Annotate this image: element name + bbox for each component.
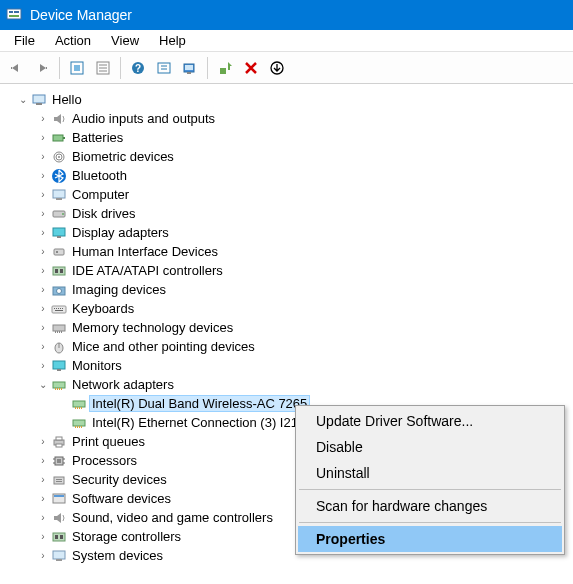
svg-rect-47 bbox=[62, 308, 63, 309]
chevron-right-icon[interactable]: › bbox=[36, 132, 50, 143]
svg-rect-72 bbox=[81, 426, 82, 428]
chevron-down-icon[interactable]: ⌄ bbox=[36, 379, 50, 390]
tree-category-display[interactable]: › Display adapters bbox=[6, 223, 573, 242]
tree-category-mice[interactable]: › Mice and other pointing devices bbox=[6, 337, 573, 356]
menu-view[interactable]: View bbox=[101, 31, 149, 50]
svg-rect-50 bbox=[55, 331, 56, 333]
chevron-right-icon[interactable]: › bbox=[36, 493, 50, 504]
tree-label: Network adapters bbox=[70, 377, 176, 392]
update-driver-button[interactable] bbox=[213, 56, 237, 80]
show-hidden-button[interactable] bbox=[65, 56, 89, 80]
tree-category-computer[interactable]: › Computer bbox=[6, 185, 573, 204]
chevron-right-icon[interactable]: › bbox=[36, 113, 50, 124]
help-button[interactable]: ? bbox=[126, 56, 150, 80]
chevron-right-icon[interactable]: › bbox=[36, 360, 50, 371]
menu-file[interactable]: File bbox=[4, 31, 45, 50]
chevron-right-icon[interactable]: › bbox=[36, 303, 50, 314]
chevron-down-icon[interactable]: ⌄ bbox=[16, 94, 30, 105]
svg-rect-60 bbox=[57, 388, 58, 390]
tree-category-disk[interactable]: › Disk drives bbox=[6, 204, 573, 223]
chevron-right-icon[interactable]: › bbox=[36, 455, 50, 466]
context-properties[interactable]: Properties bbox=[298, 526, 562, 552]
tree-category-monitors[interactable]: › Monitors bbox=[6, 356, 573, 375]
display-icon bbox=[50, 225, 68, 241]
chevron-right-icon[interactable]: › bbox=[36, 189, 50, 200]
svg-rect-33 bbox=[53, 228, 65, 236]
tree-label: Software devices bbox=[70, 491, 173, 506]
mouse-icon bbox=[50, 339, 68, 355]
context-scan[interactable]: Scan for hardware changes bbox=[298, 493, 562, 519]
svg-rect-84 bbox=[56, 481, 62, 482]
chevron-right-icon[interactable]: › bbox=[36, 322, 50, 333]
monitor-icon bbox=[50, 358, 68, 374]
svg-rect-42 bbox=[52, 306, 66, 313]
app-icon bbox=[6, 7, 22, 23]
chevron-right-icon[interactable]: › bbox=[36, 170, 50, 181]
svg-rect-87 bbox=[53, 533, 65, 541]
menu-help[interactable]: Help bbox=[149, 31, 196, 50]
tree-root[interactable]: ⌄ Hello bbox=[6, 90, 573, 109]
chevron-right-icon[interactable]: › bbox=[36, 474, 50, 485]
keyboard-icon bbox=[50, 301, 68, 317]
forward-button[interactable] bbox=[30, 56, 54, 80]
context-disable[interactable]: Disable bbox=[298, 434, 562, 460]
title-bar: Device Manager bbox=[0, 0, 573, 30]
chevron-right-icon[interactable]: › bbox=[36, 531, 50, 542]
context-separator bbox=[299, 489, 561, 490]
back-button[interactable] bbox=[4, 56, 28, 80]
tree-label: Computer bbox=[70, 187, 131, 202]
sound-icon bbox=[50, 510, 68, 526]
context-uninstall[interactable]: Uninstall bbox=[298, 460, 562, 486]
scan-hardware-button[interactable] bbox=[178, 56, 202, 80]
tree-label: Print queues bbox=[70, 434, 147, 449]
menu-action[interactable]: Action bbox=[45, 31, 101, 50]
tree-category-network[interactable]: ⌄ Network adapters bbox=[6, 375, 573, 394]
svg-rect-67 bbox=[81, 407, 82, 409]
tree-label: Storage controllers bbox=[70, 529, 183, 544]
tree-category-hid[interactable]: › Human Interface Devices bbox=[6, 242, 573, 261]
svg-rect-63 bbox=[73, 401, 85, 407]
chevron-right-icon[interactable]: › bbox=[36, 512, 50, 523]
action-button[interactable] bbox=[152, 56, 176, 80]
tree-label: Display adapters bbox=[70, 225, 171, 240]
chevron-right-icon[interactable]: › bbox=[36, 246, 50, 257]
tree-label: Keyboards bbox=[70, 301, 136, 316]
svg-rect-5 bbox=[46, 67, 47, 69]
svg-rect-29 bbox=[53, 190, 65, 198]
svg-rect-64 bbox=[75, 407, 76, 409]
svg-rect-89 bbox=[60, 535, 63, 539]
bluetooth-icon bbox=[50, 168, 68, 184]
enable-button[interactable] bbox=[265, 56, 289, 80]
svg-rect-23 bbox=[53, 135, 63, 141]
tree-category-audio[interactable]: › Audio inputs and outputs bbox=[6, 109, 573, 128]
chevron-right-icon[interactable]: › bbox=[36, 550, 50, 561]
chevron-right-icon[interactable]: › bbox=[36, 436, 50, 447]
svg-rect-48 bbox=[55, 310, 63, 311]
properties-button[interactable] bbox=[91, 56, 115, 80]
tree-category-memtech[interactable]: › Memory technology devices bbox=[6, 318, 573, 337]
svg-rect-83 bbox=[56, 479, 62, 480]
tree-category-batteries[interactable]: › Batteries bbox=[6, 128, 573, 147]
chevron-right-icon[interactable]: › bbox=[36, 341, 50, 352]
svg-rect-71 bbox=[79, 426, 80, 428]
tree-category-keyboards[interactable]: › Keyboards bbox=[6, 299, 573, 318]
network-adapter-icon bbox=[70, 415, 88, 431]
svg-rect-66 bbox=[79, 407, 80, 409]
chevron-right-icon[interactable]: › bbox=[36, 227, 50, 238]
context-update-driver[interactable]: Update Driver Software... bbox=[298, 408, 562, 434]
svg-point-32 bbox=[62, 213, 64, 215]
uninstall-button[interactable] bbox=[239, 56, 263, 80]
svg-rect-44 bbox=[56, 308, 57, 309]
svg-rect-4 bbox=[11, 67, 12, 69]
chevron-right-icon[interactable]: › bbox=[36, 284, 50, 295]
svg-rect-37 bbox=[53, 267, 65, 275]
memory-icon bbox=[50, 320, 68, 336]
svg-rect-46 bbox=[60, 308, 61, 309]
tree-category-imaging[interactable]: › Imaging devices bbox=[6, 280, 573, 299]
tree-category-ide[interactable]: › IDE ATA/ATAPI controllers bbox=[6, 261, 573, 280]
chevron-right-icon[interactable]: › bbox=[36, 151, 50, 162]
tree-category-biometric[interactable]: › Biometric devices bbox=[6, 147, 573, 166]
chevron-right-icon[interactable]: › bbox=[36, 265, 50, 276]
tree-category-bluetooth[interactable]: › Bluetooth bbox=[6, 166, 573, 185]
chevron-right-icon[interactable]: › bbox=[36, 208, 50, 219]
